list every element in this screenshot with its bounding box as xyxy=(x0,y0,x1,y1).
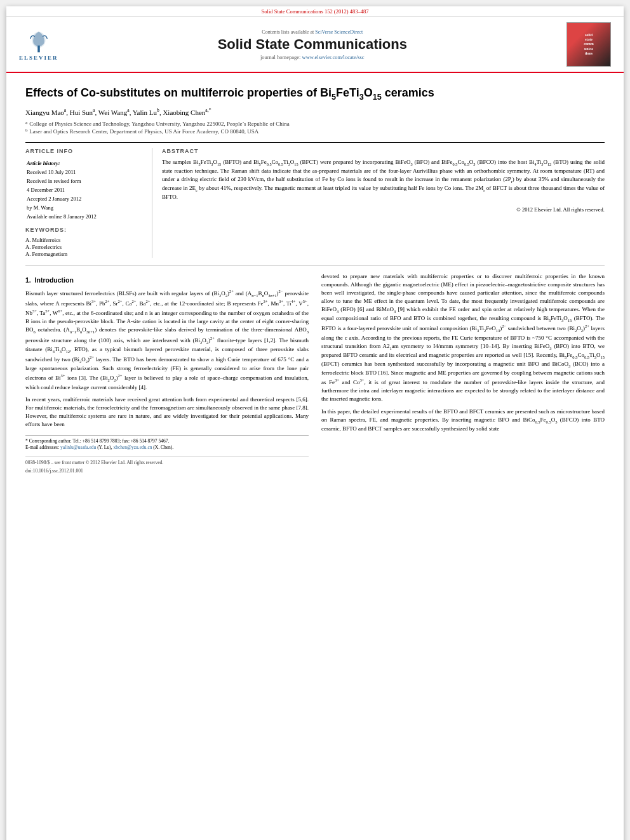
revised-label: Received in revised form xyxy=(27,177,144,185)
intro-para1: Bismuth layer structured ferroelectrics … xyxy=(25,288,309,392)
table-row: Available online 8 January 2012 xyxy=(27,213,144,220)
body-col-left: 1. Introduction Bismuth layer structured… xyxy=(25,272,309,475)
article-info-column: ARTICLE INFO Article history: Received 1… xyxy=(25,148,152,258)
keyword-3: A. Ferromagnetism xyxy=(25,251,145,257)
journal-center: Contents lists available at SciVerse Sci… xyxy=(68,29,557,60)
affiliations: ᵃ College of Physics Science and Technol… xyxy=(25,120,605,136)
abstract-column: ABSTRACT The samples Bi5FeTi3O15 (BFTO) … xyxy=(162,148,605,258)
table-row: Received in revised form xyxy=(27,177,144,185)
journal-title: Solid State Communications xyxy=(68,36,557,53)
journal-thumbnail: solidstatecommunications xyxy=(566,22,611,67)
info-abstract-section: ARTICLE INFO Article history: Received 1… xyxy=(25,142,605,258)
footnote-corresponding: * Corresponding author. Tel.: +86 514 87… xyxy=(25,438,309,445)
doi-text: doi:10.1016/j.ssc.2012.01.001 xyxy=(25,468,309,475)
article-content: Effects of Co-substitutes on multiferroi… xyxy=(6,73,624,488)
table-row: 4 December 2011 xyxy=(27,186,144,194)
elsevier-tree-icon xyxy=(23,29,55,54)
email-link-chen[interactable]: xbchen@yzu.edu.cn xyxy=(113,444,152,450)
keywords-label: Keywords: xyxy=(25,227,145,233)
body-content: 1. Introduction Bismuth layer structured… xyxy=(25,265,605,475)
intro-para2: In recent years, multiferroic materials … xyxy=(25,396,309,429)
keyword-1: A. Multiferroics xyxy=(25,237,145,243)
keyword-2: A. Ferroelectrics xyxy=(25,244,145,250)
table-row: Article history: xyxy=(27,159,144,167)
journal-header: ELSEVIER Contents lists available at Sci… xyxy=(6,17,624,73)
accepted-label: Accepted 2 January 2012 xyxy=(27,195,144,203)
revised-date: 4 December 2011 xyxy=(27,186,144,194)
article-history-table: Article history: Received 10 July 2011 R… xyxy=(25,158,145,222)
article-page: Solid State Communications 152 (2012) 48… xyxy=(6,6,624,840)
table-row: Received 10 July 2011 xyxy=(27,168,144,176)
homepage-url[interactable]: www.elsevier.com/locate/ssc xyxy=(302,54,365,60)
received-label: Received 10 July 2011 xyxy=(27,168,144,176)
footnote-section: * Corresponding author. Tel.: +86 514 87… xyxy=(25,435,309,451)
table-row: Accepted 2 January 2012 xyxy=(27,195,144,203)
email-link-lu[interactable]: yalinlu@usafa.edu xyxy=(60,444,96,450)
affiliation-b: ᵇ Laser and Optics Research Center, Depa… xyxy=(25,128,605,136)
journal-banner: Solid State Communications 152 (2012) 48… xyxy=(6,6,624,17)
journal-homepage: journal homepage: www.elsevier.com/locat… xyxy=(68,54,557,60)
elsevier-label: ELSEVIER xyxy=(19,55,58,61)
footnote-email: E-mail addresses: yalinlu@usafa.edu (Y. … xyxy=(25,444,309,451)
online-label: Available online 8 January 2012 xyxy=(27,213,144,220)
elsevier-logo: ELSEVIER xyxy=(19,29,58,61)
history-label: Article history: xyxy=(27,159,144,167)
article-title: Effects of Co-substitutes on multiferroi… xyxy=(25,86,605,102)
copyright-line: © 2012 Elsevier Ltd. All rights reserved… xyxy=(162,206,605,213)
sciverse-link[interactable]: SciVerse ScienceDirect xyxy=(315,29,363,35)
body-col-right: devoted to prepare new materials with mu… xyxy=(321,272,605,475)
body-two-col: 1. Introduction Bismuth layer structured… xyxy=(25,272,605,475)
authors: Xiangyu Maoa, Hui Suna, Wei Wanga, Yalin… xyxy=(25,107,605,116)
right-para1: devoted to prepare new materials with mu… xyxy=(321,272,605,404)
right-para2: In this paper, the detailed experimental… xyxy=(321,408,605,433)
banner-text: Solid State Communications 152 (2012) 48… xyxy=(262,8,369,15)
section1-title: 1. Introduction xyxy=(25,276,309,285)
table-row: by M. Wang xyxy=(27,204,144,211)
abstract-label: ABSTRACT xyxy=(162,148,605,154)
issn-text: 0038-1098/$ – see front matter © 2012 El… xyxy=(25,460,163,467)
keywords-section: Keywords: A. Multiferroics A. Ferroelect… xyxy=(25,227,145,257)
article-info-label: ARTICLE INFO xyxy=(25,148,145,154)
sciverse-line: Contents lists available at SciVerse Sci… xyxy=(68,29,557,35)
affiliation-a: ᵃ College of Physics Science and Technol… xyxy=(25,120,605,128)
bottom-bar: 0038-1098/$ – see front matter © 2012 El… xyxy=(25,457,309,467)
abstract-text: The samples Bi5FeTi3O15 (BFTO) and Bi5Fe… xyxy=(162,158,605,201)
by-label: by M. Wang xyxy=(27,204,144,211)
